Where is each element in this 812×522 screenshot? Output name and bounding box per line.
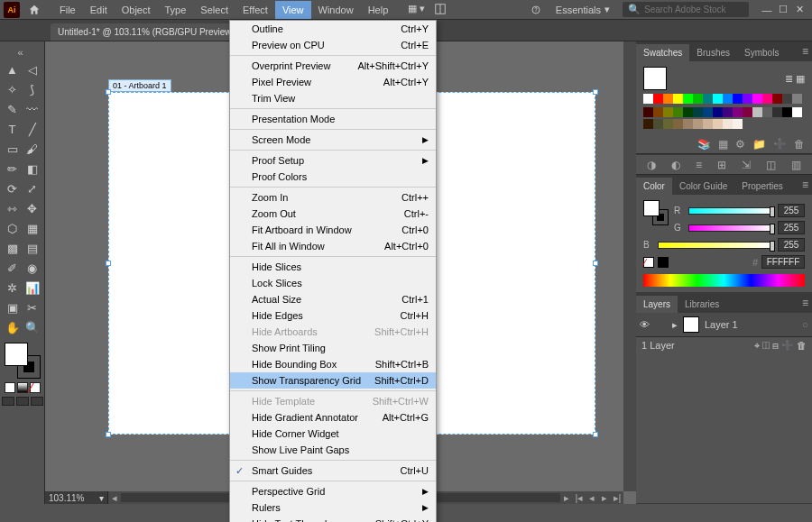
swatch[interactable] (703, 94, 713, 104)
layout-icon[interactable]: ▦ ▾ (408, 3, 425, 17)
gradient-tool-icon[interactable]: ▤ (23, 238, 42, 258)
menu-item-show-live-paint-gaps[interactable]: Show Live Paint Gaps (230, 442, 436, 458)
swatch[interactable] (693, 107, 703, 117)
magic-wand-tool-icon[interactable]: ✧ (3, 79, 23, 99)
panel-menu-icon[interactable]: ≡ (802, 179, 808, 191)
tab-symbols[interactable]: Symbols (737, 44, 786, 61)
scroll-right-icon[interactable]: ▸ (560, 491, 573, 504)
swatch[interactable] (643, 94, 653, 104)
maximize-button[interactable]: ☐ (778, 5, 789, 15)
tab-properties[interactable]: Properties (734, 178, 790, 195)
swatch[interactable] (762, 107, 772, 117)
color-mode-icon[interactable] (5, 382, 15, 393)
delete-swatch-icon[interactable]: 🗑 (794, 138, 805, 151)
swatch[interactable] (703, 119, 713, 129)
zoom-tool-icon[interactable]: 🔍 (23, 317, 42, 337)
swatch[interactable] (782, 107, 792, 117)
swatch[interactable] (663, 107, 673, 117)
swatch[interactable] (683, 94, 693, 104)
menu-item-zoom-out[interactable]: Zoom OutCtrl+- (230, 206, 436, 222)
menu-item-pixel-preview[interactable]: Pixel PreviewAlt+Ctrl+Y (230, 74, 436, 90)
search-input[interactable] (644, 5, 743, 14)
selection-tool-icon[interactable]: ▲ (3, 60, 23, 79)
none-mode-icon[interactable]: ⁄ (30, 382, 41, 393)
first-artboard-icon[interactable]: |◂ (573, 491, 586, 504)
arrange-docs-icon[interactable] (434, 3, 447, 17)
fill-stroke-swatch[interactable] (5, 343, 41, 379)
slice-tool-icon[interactable]: ✂ (23, 298, 42, 317)
tab-libraries[interactable]: Libraries (678, 296, 726, 313)
menu-item-show-print-tiling[interactable]: Show Print Tiling (230, 340, 436, 356)
direct-selection-tool-icon[interactable]: ◁ (23, 60, 42, 79)
b-slider[interactable] (658, 242, 772, 249)
swatch[interactable] (653, 94, 663, 104)
swatch[interactable] (723, 94, 733, 104)
new-swatch-icon[interactable]: ➕ (773, 138, 787, 151)
menu-file[interactable]: File (52, 1, 83, 19)
color-spectrum[interactable] (643, 274, 805, 287)
new-sublayer-icon[interactable]: ⊟ (772, 340, 779, 351)
type-tool-icon[interactable]: T (3, 119, 23, 139)
menu-select[interactable]: Select (193, 1, 235, 19)
menu-item-outline[interactable]: OutlineCtrl+Y (230, 21, 436, 37)
artboard-label[interactable]: 01 - Artboard 1 (108, 79, 171, 92)
swatch[interactable] (713, 107, 723, 117)
menu-item-hide-gradient-annotator[interactable]: Hide Gradient AnnotatorAlt+Ctrl+G (230, 409, 436, 426)
menu-edit[interactable]: Edit (83, 1, 115, 19)
menu-item-preview-on-cpu[interactable]: Preview on CPUCtrl+E (230, 37, 436, 53)
hand-tool-icon[interactable]: ✋ (3, 317, 23, 337)
menu-item-presentation-mode[interactable]: Presentation Mode (230, 111, 436, 127)
graphic-styles-panel-icon[interactable]: ◐ (671, 159, 680, 171)
r-value[interactable]: 255 (778, 204, 805, 217)
line-tool-icon[interactable]: ╱ (23, 119, 42, 139)
document-tab[interactable]: Untitled-1* @ 103.11% (RGB/GPU Preview) … (51, 23, 253, 41)
g-value[interactable]: 255 (778, 221, 805, 234)
swatch[interactable] (752, 94, 762, 104)
gradient-mode-icon[interactable] (17, 382, 28, 393)
swatch[interactable] (792, 107, 802, 117)
menu-item-hide-bounding-box[interactable]: Hide Bounding BoxShift+Ctrl+B (230, 356, 436, 372)
menu-item-overprint-preview[interactable]: Overprint PreviewAlt+Shift+Ctrl+Y (230, 58, 436, 74)
curvature-tool-icon[interactable]: 〰 (23, 99, 42, 119)
paintbrush-tool-icon[interactable]: 🖌 (23, 139, 42, 159)
swatch[interactable] (713, 119, 723, 129)
vertical-scrollbar[interactable] (623, 41, 636, 491)
mesh-tool-icon[interactable]: ▩ (3, 238, 23, 258)
make-clipping-mask-icon[interactable]: ◫ (762, 340, 770, 351)
menu-item-smart-guides[interactable]: ✓Smart GuidesCtrl+U (230, 462, 436, 479)
swatch[interactable] (733, 119, 743, 129)
swatch[interactable] (733, 94, 743, 104)
tab-swatches[interactable]: Swatches (636, 44, 689, 61)
graph-tool-icon[interactable]: 📊 (23, 278, 42, 298)
swatch[interactable] (772, 94, 782, 104)
menu-item-hide-slices[interactable]: Hide Slices (230, 259, 436, 275)
draw-normal-icon[interactable] (2, 397, 14, 406)
appearance-panel-icon[interactable]: ◑ (647, 159, 656, 171)
swatch[interactable] (743, 107, 752, 117)
scroll-left-icon[interactable]: ◂ (108, 491, 121, 504)
menu-item-proof-setup[interactable]: Proof Setup▶ (230, 152, 436, 169)
menu-item-fit-all-in-window[interactable]: Fit All in WindowAlt+Ctrl+0 (230, 238, 436, 254)
eyedropper-tool-icon[interactable]: ✐ (3, 258, 23, 278)
draw-inside-icon[interactable] (31, 397, 43, 406)
expand-layer-icon[interactable]: ▸ (672, 319, 678, 331)
shape-builder-tool-icon[interactable]: ⬡ (3, 218, 23, 238)
workspace-dropdown[interactable]: Essentials▾ (550, 2, 615, 17)
menu-item-show-transparency-grid[interactable]: Show Transparency GridShift+Ctrl+D (230, 372, 436, 389)
menu-item-screen-mode[interactable]: Screen Mode▶ (230, 132, 436, 148)
swatch[interactable] (752, 107, 762, 117)
g-slider[interactable] (688, 224, 772, 232)
menu-item-hide-corner-widget[interactable]: Hide Corner Widget (230, 426, 436, 442)
draw-behind-icon[interactable] (16, 397, 29, 406)
swatch[interactable] (703, 107, 713, 117)
menu-item-fit-artboard-in-window[interactable]: Fit Artboard in WindowCtrl+0 (230, 222, 436, 238)
align-panel-icon[interactable]: ⊞ (717, 159, 726, 171)
menu-item-actual-size[interactable]: Actual SizeCtrl+1 (230, 291, 436, 307)
symbol-sprayer-tool-icon[interactable]: ✲ (3, 278, 23, 298)
menu-item-proof-colors[interactable]: Proof Colors (230, 169, 436, 185)
swatch[interactable] (743, 94, 752, 104)
locate-object-icon[interactable]: ⌖ (754, 340, 760, 351)
swatch-grid-view-icon[interactable]: ▦ (796, 73, 805, 84)
current-swatch[interactable] (643, 67, 667, 90)
swatch[interactable] (792, 94, 802, 104)
